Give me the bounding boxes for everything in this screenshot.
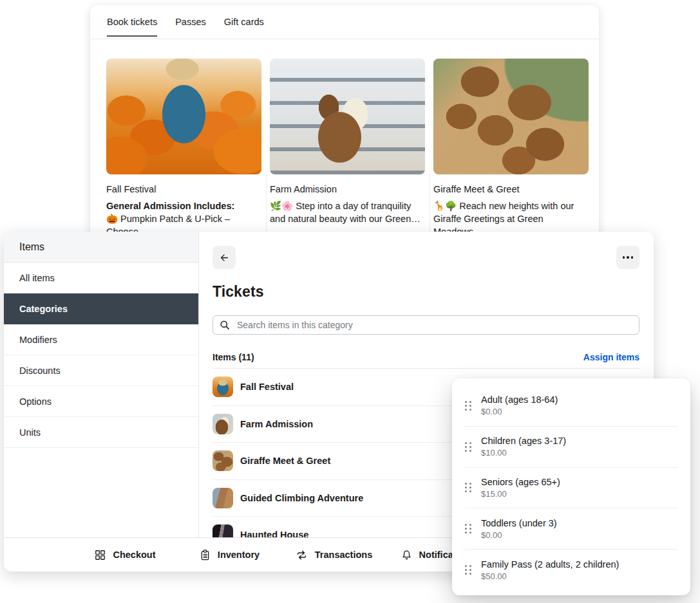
item-label: Fall Festival xyxy=(240,382,294,392)
tab-book-tickets[interactable]: Book tickets xyxy=(107,5,157,39)
sidebar-item-categories[interactable]: Categories xyxy=(4,293,198,324)
card-title: Giraffe Meet & Greet xyxy=(433,184,589,194)
sidebar-title: Items xyxy=(4,232,198,263)
six-dot-drag-handle-icon[interactable] xyxy=(465,442,471,452)
nav-label: Checkout xyxy=(113,550,155,560)
nav-label: Transactions xyxy=(315,550,372,560)
category-title: Tickets xyxy=(213,283,639,301)
page: Book tickets Passes Gift cards Fall Fest… xyxy=(0,0,700,603)
variation-row-seniors[interactable]: Seniors (ages 65+) $15.00 xyxy=(465,468,677,509)
six-dot-drag-handle-icon[interactable] xyxy=(465,565,471,575)
variation-name: Adult (ages 18-64) xyxy=(481,394,558,405)
clipboard-icon xyxy=(199,549,211,561)
back-button[interactable] xyxy=(213,246,236,269)
card-divider xyxy=(266,174,267,239)
tab-gift-cards[interactable]: Gift cards xyxy=(224,5,264,39)
item-label: Guided Climbing Adventure xyxy=(240,493,363,503)
variation-row-adult[interactable]: Adult (ages 18-64) $0.00 xyxy=(465,385,677,427)
card-title: Farm Admission xyxy=(270,184,425,194)
farm-admission-photo xyxy=(270,59,425,174)
items-count-label: Items (11) xyxy=(213,352,254,362)
card-divider xyxy=(430,174,430,239)
fall-festival-photo xyxy=(106,59,261,174)
card-description: 🌿🌸 Step into a day of tranquility and na… xyxy=(270,199,425,225)
item-thumbnail xyxy=(213,414,233,434)
item-label: Giraffe Meet & Greet xyxy=(240,456,330,466)
magnifier-icon xyxy=(220,320,230,330)
booking-window: Book tickets Passes Gift cards Fall Fest… xyxy=(90,5,599,239)
ellipsis-icon xyxy=(623,256,634,259)
variation-name: Seniors (ages 65+) xyxy=(481,477,560,487)
bell-icon xyxy=(401,549,413,561)
item-thumbnail xyxy=(213,488,233,508)
assign-items-link[interactable]: Assign items xyxy=(583,352,639,362)
card-farm-admission[interactable]: Farm Admission 🌿🌸 Step into a day of tra… xyxy=(270,59,425,238)
items-sidebar: Items All items Categories Modifiers Dis… xyxy=(4,232,199,538)
item-thumbnail xyxy=(213,450,233,471)
six-dot-drag-handle-icon[interactable] xyxy=(465,401,471,411)
sidebar-item-units[interactable]: Units xyxy=(4,417,198,448)
variation-row-children[interactable]: Children (ages 3-17) $10.00 xyxy=(465,427,677,468)
arrow-left-icon xyxy=(219,252,230,263)
sidebar-item-discounts[interactable]: Discounts xyxy=(4,355,198,386)
item-thumbnail xyxy=(213,524,233,538)
six-dot-drag-handle-icon[interactable] xyxy=(465,483,471,492)
nav-item-inventory[interactable]: Inventory xyxy=(177,549,281,561)
nav-item-transactions[interactable]: Transactions xyxy=(281,549,386,561)
variation-price: $10.00 xyxy=(481,448,566,458)
sidebar-item-options[interactable]: Options xyxy=(4,386,198,417)
double-arrows-icon xyxy=(295,549,308,561)
variation-price: $0.00 xyxy=(481,530,557,540)
six-dot-drag-handle-icon[interactable] xyxy=(465,524,471,533)
booking-tabbar: Book tickets Passes Gift cards xyxy=(90,5,599,39)
variation-row-family-pass[interactable]: Family Pass (2 adults, 2 children) $50.0… xyxy=(465,550,677,590)
search-bar[interactable] xyxy=(213,315,639,335)
sidebar-item-all-items[interactable]: All items xyxy=(4,263,198,293)
variation-price: $0.00 xyxy=(481,407,558,416)
card-description-heading: General Admission Includes: xyxy=(106,199,261,212)
variation-name: Toddlers (under 3) xyxy=(481,518,557,528)
card-title: Fall Festival xyxy=(106,184,261,194)
variation-price: $50.00 xyxy=(481,571,619,581)
variation-name: Family Pass (2 adults, 2 children) xyxy=(481,559,619,570)
item-thumbnail xyxy=(213,376,233,397)
variation-price: $15.00 xyxy=(481,489,560,499)
tab-passes[interactable]: Passes xyxy=(175,5,206,39)
more-options-button[interactable] xyxy=(616,246,639,269)
card-giraffe-meet-greet[interactable]: Giraffe Meet & Greet 🦒🌳 Reach new height… xyxy=(433,59,589,238)
variation-name: Children (ages 3-17) xyxy=(481,436,566,446)
giraffe-photo xyxy=(433,59,589,174)
nav-label: Inventory xyxy=(218,550,260,560)
search-input[interactable] xyxy=(236,319,632,331)
sidebar-item-modifiers[interactable]: Modifiers xyxy=(4,324,198,355)
item-label: Farm Admission xyxy=(240,419,313,429)
variation-row-toddlers[interactable]: Toddlers (under 3) $0.00 xyxy=(465,508,677,550)
ticket-variations-panel: Adult (ages 18-64) $0.00 Children (ages … xyxy=(452,378,690,595)
event-cards: Fall Festival General Admission Includes… xyxy=(90,39,599,238)
card-fall-festival[interactable]: Fall Festival General Admission Includes… xyxy=(106,59,261,238)
nav-item-checkout[interactable]: Checkout xyxy=(73,549,177,561)
grid-icon xyxy=(94,549,106,561)
